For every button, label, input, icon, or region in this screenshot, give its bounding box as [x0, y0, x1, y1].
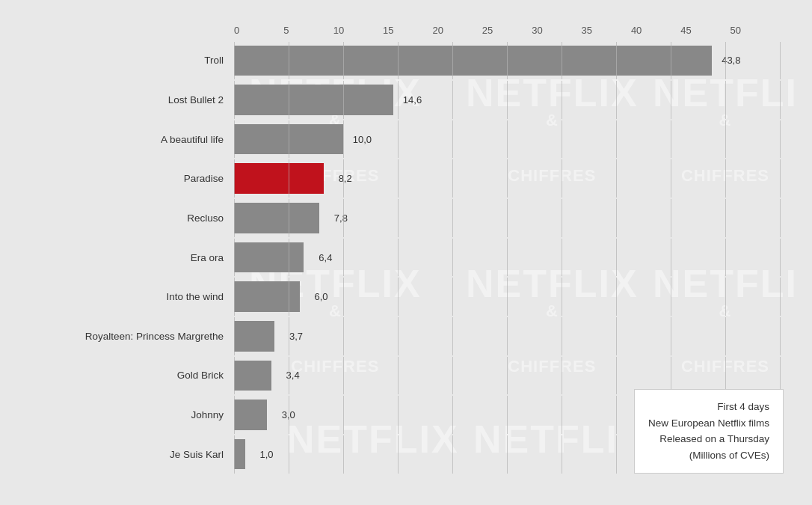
grid-line: [671, 199, 671, 237]
axis-tick-50: 50: [731, 25, 780, 36]
bar-track-5: 6,4: [234, 239, 780, 277]
bar-row: A beautiful life10,0: [25, 120, 780, 159]
grid-line: [562, 357, 562, 395]
grid-line: [616, 120, 617, 159]
axis-tick-40: 40: [631, 25, 680, 36]
axis-tick-20: 20: [432, 25, 482, 36]
grid-line: [671, 278, 671, 316]
grid-line: [562, 42, 562, 80]
grid-line: [343, 159, 344, 198]
bar-row: Troll43,8: [25, 42, 780, 80]
grid-line: [343, 42, 344, 80]
bar-fill-8: 3,4: [234, 361, 271, 391]
bar-fill-5: 6,4: [234, 242, 304, 273]
grid-line: [289, 239, 289, 277]
axis-tick-35: 35: [582, 25, 631, 36]
legend-line3: Released on a Thursday: [659, 433, 769, 444]
bar-fill-10: 1,0: [234, 439, 245, 470]
grid-line: [507, 159, 508, 198]
grid-line: [671, 159, 671, 198]
grid-line: [398, 357, 399, 395]
bar-fill-1: 14,6: [234, 85, 393, 115]
grid-line: [780, 239, 781, 277]
grid-line: [562, 435, 562, 474]
grid-line: [616, 317, 617, 355]
grid-line: [562, 278, 562, 316]
grid-line: [234, 120, 235, 159]
grid-line: [343, 357, 344, 395]
grid-line: [234, 317, 235, 355]
axis-tick-5: 5: [283, 25, 333, 36]
grid-line: [780, 278, 781, 316]
grid-line: [507, 357, 508, 395]
bar-label-5: Era ora: [25, 252, 234, 263]
grid-line: [452, 357, 453, 395]
grid-line: [780, 120, 781, 159]
grid-line: [780, 81, 781, 119]
grid-line: [234, 435, 235, 474]
bar-row: Royalteen: Princess Margrethe3,7: [25, 317, 780, 355]
grid-line: [725, 159, 726, 198]
grid-line: [671, 317, 671, 355]
grid-line: [343, 120, 344, 159]
bar-label-1: Lost Bullet 2: [25, 94, 234, 105]
grid-line: [398, 278, 399, 316]
axis-tick-30: 30: [532, 25, 581, 36]
grid-line: [671, 239, 671, 277]
grid-line: [671, 81, 671, 119]
grid-line: [398, 120, 399, 159]
bar-label-8: Gold Brick: [25, 370, 234, 381]
grid-line: [234, 42, 235, 80]
grid-line: [671, 120, 671, 159]
bar-label-4: Recluso: [25, 212, 234, 224]
bar-fill-7: 3,7: [234, 321, 274, 352]
grid-line: [507, 81, 508, 119]
grid-line: [289, 357, 289, 395]
grid-line: [507, 396, 508, 434]
grid-line: [343, 199, 344, 237]
legend-line4: (Millions of CVEs): [689, 450, 769, 461]
grid-line: [234, 239, 235, 277]
grid-line: [507, 42, 508, 80]
grid-line: [289, 81, 289, 119]
bar-row: Era ora6,4: [25, 239, 780, 277]
grid-line: [616, 396, 617, 434]
bar-value-1: 14,6: [403, 94, 422, 105]
grid-line: [398, 81, 399, 119]
bar-fill-0: 43,8: [234, 46, 712, 76]
grid-line: [234, 159, 235, 198]
legend-box: First 4 days New European Netflix films …: [634, 389, 784, 473]
grid-line: [234, 396, 235, 434]
grid-line: [452, 239, 453, 277]
bar-label-2: A beautiful life: [25, 134, 234, 145]
bar-label-0: Troll: [25, 55, 234, 66]
grid-line: [725, 120, 726, 159]
grid-line: [398, 199, 399, 237]
grid-line: [562, 159, 562, 198]
bar-value-6: 6,0: [315, 291, 328, 302]
grid-line: [725, 278, 726, 316]
axis-tick-10: 10: [333, 25, 383, 36]
grid-line: [289, 435, 289, 474]
grid-line: [452, 278, 453, 316]
axis-tick-45: 45: [680, 25, 730, 36]
grid-line: [725, 239, 726, 277]
grid-line: [452, 396, 453, 434]
grid-line: [234, 357, 235, 395]
bar-value-4: 7,8: [334, 212, 348, 224]
bar-label-9: Johnny: [25, 409, 234, 420]
grid-line: [562, 239, 562, 277]
grid-line: [343, 239, 344, 277]
grid-line: [398, 435, 399, 474]
grid-line: [343, 278, 344, 316]
grid-line: [616, 159, 617, 198]
grid-line: [562, 120, 562, 159]
bar-value-0: 43,8: [722, 55, 740, 66]
x-axis: 05101520253035404550: [234, 25, 780, 36]
grid-line: [616, 81, 617, 119]
grid-line: [289, 317, 289, 355]
bar-row: Into the wind6,0: [25, 278, 780, 316]
grid-line: [616, 42, 617, 80]
grid-line: [780, 159, 781, 198]
grid-line: [452, 81, 453, 119]
